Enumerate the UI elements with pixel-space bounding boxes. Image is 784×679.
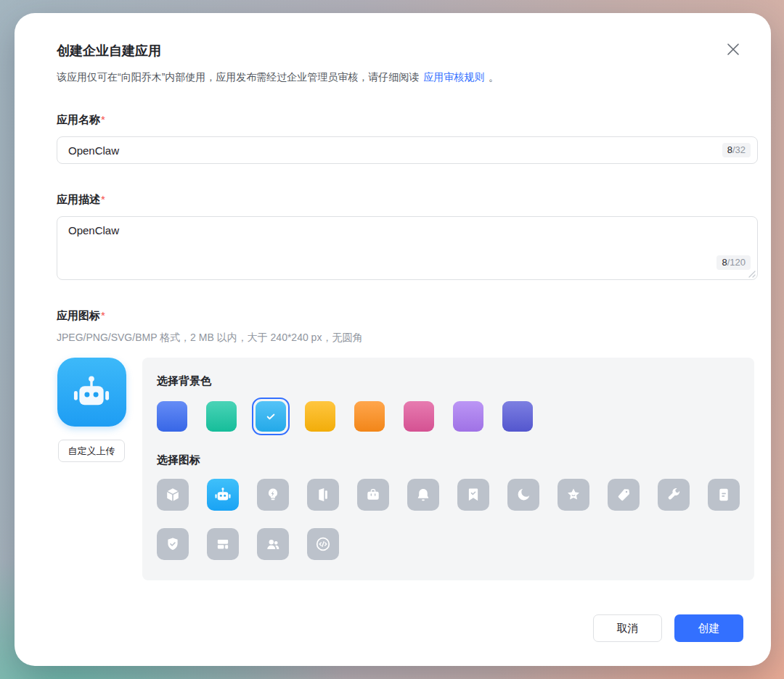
page-title: 创建企业自建应用: [42, 42, 161, 59]
close-icon[interactable]: [723, 39, 743, 59]
wrench-icon[interactable]: [658, 479, 690, 511]
color-swatch-cyan-selected[interactable]: [256, 401, 286, 432]
app-icon-label: 应用图标*: [57, 309, 743, 323]
layout-icon[interactable]: [207, 528, 239, 560]
color-swatch-pink[interactable]: [404, 401, 434, 432]
briefcase-icon[interactable]: [357, 479, 389, 511]
color-swatch-blue[interactable]: [157, 401, 187, 432]
required-asterisk: *: [101, 309, 105, 321]
icon-grid-row-1: [157, 479, 740, 511]
cancel-button[interactable]: 取消: [593, 614, 662, 642]
bell-icon[interactable]: [407, 479, 439, 511]
color-swatch-orange[interactable]: [354, 401, 385, 432]
icon-format-hint: JPEG/PNG/SVG/BMP 格式，2 MB 以内，大于 240*240 p…: [57, 332, 743, 345]
users-icon[interactable]: [257, 528, 289, 560]
star-icon[interactable]: [558, 479, 589, 511]
app-desc-label: 应用描述*: [57, 193, 743, 207]
create-button[interactable]: 创建: [674, 614, 743, 642]
bookmark-check-icon[interactable]: [457, 479, 489, 511]
document-icon[interactable]: [708, 479, 740, 511]
lightbulb-bolt-icon[interactable]: [257, 479, 289, 511]
moon-icon[interactable]: [507, 479, 539, 511]
color-swatch-purple[interactable]: [453, 401, 483, 432]
color-swatch-indigo[interactable]: [502, 401, 533, 432]
robot-icon-selected[interactable]: [207, 479, 239, 511]
checkmark-icon: [256, 401, 286, 432]
resize-handle-icon[interactable]: [748, 271, 756, 278]
review-rules-link[interactable]: 应用审核规则: [423, 71, 484, 83]
custom-upload-button[interactable]: 自定义上传: [58, 440, 125, 462]
shield-check-icon[interactable]: [157, 528, 189, 560]
desc-char-counter: 8/120: [716, 255, 751, 270]
tag-icon[interactable]: [608, 479, 640, 511]
required-asterisk: *: [101, 113, 105, 125]
dialog-subtitle: 该应用仅可在“向阳乔木”内部使用，应用发布需经过企业管理员审核，请仔细阅读 应用…: [57, 71, 743, 84]
icon-grid-row-2: [157, 528, 740, 560]
robot-icon: [72, 373, 111, 412]
app-icon-preview: [57, 358, 126, 427]
subtitle-text: 该应用仅可在“向阳乔木”内部使用，应用发布需经过企业管理员审核，请仔细阅读: [57, 71, 419, 83]
app-desc-textarea[interactable]: OpenClaw: [57, 216, 758, 280]
subtitle-suffix: 。: [489, 71, 499, 83]
code-icon[interactable]: [307, 528, 339, 560]
color-swatch-green[interactable]: [206, 401, 237, 432]
cube-icon[interactable]: [157, 479, 189, 511]
color-swatch-row: [157, 401, 740, 432]
bg-color-heading: 选择背景色: [157, 374, 740, 388]
create-app-dialog: 创建企业自建应用 该应用仅可在“向阳乔木”内部使用，应用发布需经过企业管理员审核…: [15, 13, 771, 666]
required-asterisk: *: [101, 193, 105, 205]
app-name-label: 应用名称*: [57, 113, 743, 127]
icon-heading: 选择图标: [157, 453, 740, 467]
door-icon[interactable]: [307, 479, 339, 511]
name-char-counter: 8/32: [722, 143, 751, 157]
color-swatch-yellow[interactable]: [305, 401, 335, 432]
app-name-input[interactable]: [57, 136, 758, 164]
icon-picker-panel: 选择背景色 选择图标: [142, 358, 754, 580]
